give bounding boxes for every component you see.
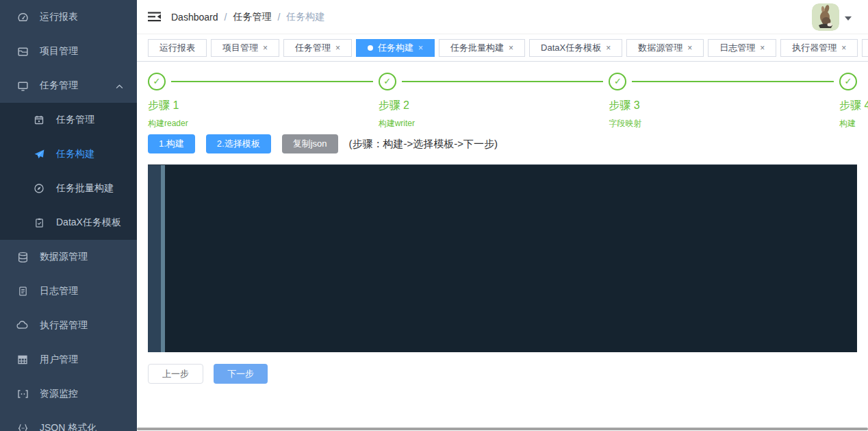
- sidebar-item-label: 日志管理: [40, 285, 78, 297]
- tab-label: 任务管理: [295, 42, 331, 54]
- code-icon: [16, 388, 29, 400]
- horizontal-scrollbar[interactable]: [137, 428, 868, 430]
- step-description: 构建reader: [148, 118, 379, 130]
- step-title: 步骤 3: [609, 99, 839, 113]
- footer-nav: 上一步 下一步: [148, 364, 857, 384]
- step-4: ✓ 步骤 4 构建: [839, 73, 857, 130]
- step-3: ✓ 步骤 3 字段映射: [609, 73, 839, 130]
- paper-plane-icon: [33, 148, 45, 160]
- step-description: 字段映射: [609, 118, 839, 130]
- hamburger-icon[interactable]: [148, 12, 171, 22]
- step-connector-line: [171, 81, 373, 82]
- step-check-icon: ✓: [609, 73, 626, 90]
- toolbar: 1.构建 2.选择模板 复制json (步骤：构建->选择模板->下一步): [148, 134, 857, 153]
- breadcrumb-item-dashboard[interactable]: Dashboard: [171, 12, 218, 23]
- breadcrumb-separator: /: [225, 12, 227, 23]
- tab-label: 运行报表: [159, 42, 195, 54]
- step-check-icon: ✓: [379, 73, 396, 90]
- sidebar-item-executor-management[interactable]: 执行器管理: [0, 308, 137, 343]
- sidebar-item-datax-template[interactable]: DataX任务模板: [0, 206, 137, 240]
- close-icon[interactable]: ×: [418, 44, 423, 52]
- grid-icon: [16, 354, 29, 366]
- close-icon[interactable]: ×: [263, 44, 268, 52]
- steps-wizard: ✓ 步骤 1 构建reader ✓ 步骤 2 构建writer: [148, 73, 857, 130]
- avatar[interactable]: [812, 3, 839, 31]
- breadcrumb-item-task-management[interactable]: 任务管理: [233, 11, 271, 23]
- tab-label: 任务批量构建: [450, 42, 504, 54]
- step-title: 步骤 2: [379, 99, 609, 113]
- close-icon[interactable]: ×: [509, 44, 513, 52]
- sidebar-item-label: 用户管理: [40, 354, 78, 366]
- close-icon[interactable]: ×: [841, 44, 846, 52]
- close-icon[interactable]: ×: [687, 44, 692, 52]
- tab-datax-template[interactable]: DataX任务模板 ×: [529, 39, 622, 57]
- tab-label: 数据源管理: [638, 42, 682, 54]
- sidebar-item-label: 任务批量构建: [56, 182, 114, 195]
- editor-body[interactable]: [165, 165, 857, 352]
- copy-json-button[interactable]: 复制json: [282, 134, 338, 153]
- tab-run-report[interactable]: 运行报表: [148, 39, 207, 57]
- tab-label: 任务构建: [378, 42, 413, 54]
- tab-datasource-management[interactable]: 数据源管理 ×: [626, 39, 704, 57]
- main-area: Dashboard / 任务管理 / 任务构建 运行报表 项目管理: [137, 0, 868, 431]
- tab-user-management[interactable]: 用户管理 ×: [862, 39, 868, 57]
- sidebar-item-project-management[interactable]: 项目管理: [0, 34, 137, 69]
- sidebar-item-label: 任务管理: [40, 79, 78, 92]
- tab-label: DataX任务模板: [541, 42, 601, 54]
- sidebar-item-label: 执行器管理: [40, 319, 88, 332]
- sidebar-item-log-management[interactable]: 日志管理: [0, 274, 137, 308]
- sidebar-item-user-management[interactable]: 用户管理: [0, 343, 137, 377]
- sidebar-item-label: 资源监控: [40, 388, 78, 400]
- step-check-icon: ✓: [839, 73, 857, 90]
- project-icon: [16, 45, 29, 58]
- sidebar-item-datasource-management[interactable]: 数据源管理: [0, 240, 137, 274]
- close-icon[interactable]: ×: [335, 44, 340, 52]
- app-root: 运行报表 项目管理 任务管理 任务管理: [0, 0, 868, 431]
- tab-task-build[interactable]: 任务构建 ×: [356, 39, 435, 57]
- tab-log-management[interactable]: 日志管理 ×: [708, 39, 776, 57]
- header: Dashboard / 任务管理 / 任务构建: [137, 0, 868, 34]
- tab-executor-management[interactable]: 执行器管理 ×: [780, 39, 858, 57]
- sidebar-item-json-format[interactable]: JSON 格式化: [0, 411, 137, 431]
- tab-project-management[interactable]: 项目管理 ×: [211, 39, 279, 57]
- next-step-button[interactable]: 下一步: [214, 364, 268, 384]
- sidebar-item-task-manage-sub[interactable]: 任务管理: [0, 103, 137, 137]
- build-button[interactable]: 1.构建: [148, 134, 195, 153]
- tab-task-management[interactable]: 任务管理 ×: [283, 39, 352, 57]
- content: ✓ 步骤 1 构建reader ✓ 步骤 2 构建writer: [137, 62, 868, 431]
- close-icon[interactable]: ×: [760, 44, 765, 52]
- compass-icon: [33, 182, 45, 195]
- editor-gutter: [148, 165, 161, 352]
- step-1: ✓ 步骤 1 构建reader: [148, 73, 379, 130]
- breadcrumb-item-task-build: 任务构建: [286, 11, 324, 23]
- document-icon: [16, 285, 29, 297]
- calendar-icon: [33, 114, 45, 126]
- braces-icon: [16, 422, 29, 431]
- caret-down-icon[interactable]: [845, 12, 852, 23]
- step-description: 构建: [839, 118, 857, 130]
- step-2: ✓ 步骤 2 构建writer: [379, 73, 609, 130]
- sidebar-item-label: DataX任务模板: [56, 217, 121, 229]
- select-template-button[interactable]: 2.选择模板: [206, 134, 271, 153]
- sidebar-item-task-management[interactable]: 任务管理: [0, 69, 137, 103]
- breadcrumb-separator: /: [277, 12, 280, 23]
- prev-step-button[interactable]: 上一步: [148, 364, 203, 384]
- sidebar-item-label: 任务构建: [56, 148, 94, 160]
- steps-hint-text: (步骤：构建->选择模板->下一步): [349, 138, 498, 151]
- dashboard-icon: [16, 11, 29, 23]
- sidebar-item-task-batch-build[interactable]: 任务批量构建: [0, 171, 137, 206]
- sidebar-item-label: 任务管理: [56, 114, 94, 126]
- sidebar-item-run-report[interactable]: 运行报表: [0, 0, 137, 34]
- monitor-icon: [16, 79, 29, 92]
- tabs-bar: 运行报表 项目管理 × 任务管理 × 任务构建 × 任务批量构建 × DataX…: [137, 34, 868, 62]
- sidebar-item-resource-monitor[interactable]: 资源监控: [0, 377, 137, 411]
- close-icon[interactable]: ×: [606, 44, 611, 52]
- sidebar-item-label: 项目管理: [40, 45, 78, 58]
- json-editor[interactable]: [148, 164, 857, 352]
- step-title: 步骤 1: [148, 99, 379, 113]
- step-title: 步骤 4: [839, 99, 857, 113]
- sidebar-item-task-build[interactable]: 任务构建: [0, 137, 137, 171]
- step-check-icon: ✓: [148, 73, 166, 90]
- sidebar-item-label: JSON 格式化: [40, 422, 97, 431]
- tab-task-batch-build[interactable]: 任务批量构建 ×: [439, 39, 525, 57]
